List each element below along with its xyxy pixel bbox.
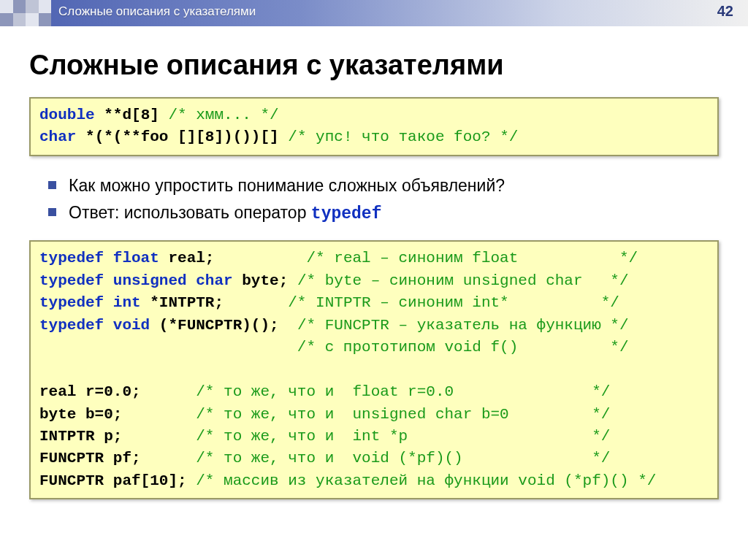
- slide: Сложные описания с указателями 42 Сложны…: [0, 0, 748, 560]
- code-comment: /* упс! что такое foo? */: [288, 129, 518, 145]
- code-text: byte b=0;: [39, 406, 196, 423]
- code-keyword: typedef void: [39, 317, 150, 334]
- code-text: FUNCPTR paf[10];: [39, 472, 196, 489]
- code-keyword: typedef unsigned char: [39, 272, 233, 289]
- code-comment: /* byte – синоним unsigned char */: [297, 272, 629, 289]
- decorative-squares-icon: [0, 0, 51, 26]
- list-item: Ответ: использовать оператор typedef: [48, 199, 719, 228]
- code-text: INTPTR p;: [39, 428, 196, 445]
- list-item-text: Ответ: использовать оператор: [69, 203, 311, 222]
- code-comment: /* то же, что и float r=0.0 */: [196, 383, 610, 400]
- code-keyword: char: [39, 129, 76, 145]
- code-block-2: typedef float real; /* real – синоним fl…: [29, 240, 719, 499]
- list-item: Как можно упростить понимание сложных об…: [48, 172, 719, 199]
- code-text: **d[8]: [95, 107, 169, 123]
- code-comment: /* массив из указателей на функции void …: [196, 472, 656, 489]
- code-keyword: double: [39, 107, 95, 123]
- page-title: Сложные описания с указателями: [29, 50, 719, 81]
- top-bar: Сложные описания с указателями 42: [0, 0, 748, 26]
- code-text: real r=0.0;: [39, 383, 196, 400]
- code-text: (*FUNCPTR)();: [150, 317, 297, 334]
- code-keyword: typedef int: [39, 294, 141, 311]
- breadcrumb: Сложные описания с указателями: [58, 4, 256, 19]
- code-comment: /* хмм... */: [168, 107, 278, 123]
- code-comment: /* с прототипом void f() */: [297, 339, 629, 356]
- code-text: [39, 339, 297, 356]
- page-number: 42: [717, 3, 733, 20]
- code-comment: /* FUNCPTR – указатель на функцию */: [297, 317, 629, 334]
- code-comment: /* real – синоним float */: [306, 250, 638, 266]
- code-comment: /* INTPTR – синоним int* */: [288, 294, 619, 311]
- code-text: byte;: [233, 272, 297, 289]
- code-text: *INTPTR;: [141, 294, 289, 311]
- code-text: FUNCPTR pf;: [39, 450, 196, 467]
- bullet-list: Как можно упростить понимание сложных об…: [48, 172, 719, 228]
- code-text: real;: [159, 250, 307, 266]
- inline-keyword: typedef: [311, 204, 382, 223]
- code-comment: /* то же, что и void (*pf)() */: [196, 450, 610, 467]
- code-text: *(*(**foo [][8])())[]: [76, 129, 288, 145]
- code-keyword: typedef float: [39, 250, 159, 266]
- code-block-1: double **d[8] /* хмм... */ char *(*(**fo…: [29, 97, 719, 156]
- code-comment: /* то же, что и int *p */: [196, 428, 610, 445]
- content-area: Сложные описания с указателями double **…: [0, 26, 748, 530]
- code-comment: /* то же, что и unsigned char b=0 */: [196, 406, 610, 423]
